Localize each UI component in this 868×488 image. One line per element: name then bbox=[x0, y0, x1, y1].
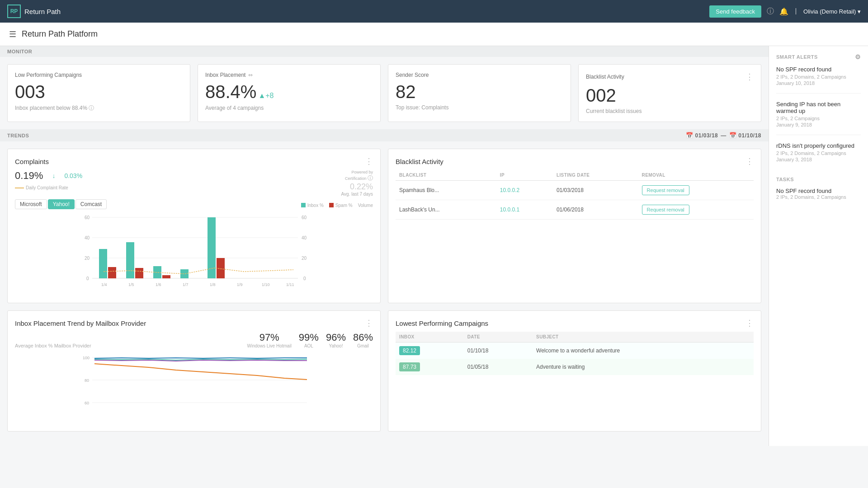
inbox-legend-color bbox=[301, 203, 306, 207]
cal-from-icon: 📅 bbox=[686, 132, 693, 139]
monitor-cards: Low Performing Campaigns 003 Inbox place… bbox=[7, 57, 761, 129]
inbox-avg-label: Average Inbox % Mailbox Provider bbox=[15, 343, 91, 348]
alert-3: rDNS isn't properly configured 2 IPs, 2 … bbox=[776, 142, 861, 169]
bl-row2-removal: Request removal bbox=[638, 200, 754, 220]
table-row: Spamhaus Blo... 10.0.0.2 01/03/2018 Requ… bbox=[396, 181, 754, 200]
complaints-stats: 0.19% ↓ 0.03% bbox=[15, 170, 82, 182]
low-performing-number: 003 bbox=[15, 82, 183, 102]
alert-1: No SPF record found 2 IPs, 2 Domains, 2 … bbox=[776, 66, 861, 94]
svg-text:1/11: 1/11 bbox=[286, 282, 294, 287]
right-panel: SMART ALERTS ⚙ No SPF record found 2 IPs… bbox=[769, 46, 868, 446]
nav-right: Send feedback ⓘ 🔔 Olivia (Demo Retail) ▾ bbox=[709, 5, 861, 18]
complaints-menu-icon[interactable]: ⋮ bbox=[365, 156, 373, 166]
alerts-list: No SPF record found 2 IPs, 2 Domains, 2 … bbox=[776, 66, 861, 169]
complaints-svg: 60 40 20 0 60 40 20 0 bbox=[15, 213, 373, 294]
svg-text:1/9: 1/9 bbox=[237, 282, 243, 287]
svg-text:1/10: 1/10 bbox=[262, 282, 270, 287]
bell-icon[interactable]: 🔔 bbox=[779, 7, 788, 16]
svg-text:0: 0 bbox=[86, 276, 89, 281]
lp-row2-date: 01/05/18 bbox=[464, 359, 533, 375]
avg-pct-value: 0.22% bbox=[341, 182, 373, 192]
inbox-providers: 97% Windows Live Hotmail 99% AOL 96% Yah… bbox=[247, 332, 373, 348]
logo-text: Return Path bbox=[24, 8, 61, 15]
inbox-legend: Inbox % bbox=[301, 203, 324, 208]
left-panel: MONITOR Low Performing Campaigns 003 Inb… bbox=[0, 46, 769, 446]
logo-area: RP Return Path bbox=[7, 5, 61, 18]
table-row: 82.12 01/10/18 Welcome to a wonderful ad… bbox=[396, 343, 754, 359]
spam-legend-color bbox=[329, 203, 334, 207]
inbox-score-badge-1: 82.12 bbox=[399, 346, 420, 355]
bl-col-ip: IP bbox=[496, 170, 553, 181]
blacklist-sub: Current blacklist issues bbox=[586, 108, 754, 114]
main-content: MONITOR Low Performing Campaigns 003 Inb… bbox=[0, 46, 868, 446]
cert-info-icon[interactable]: ⓘ bbox=[368, 175, 373, 181]
smart-alerts-title: SMART ALERTS ⚙ bbox=[776, 53, 861, 61]
bl-row1-blacklist: Spamhaus Blo... bbox=[396, 181, 496, 200]
tab-microsoft[interactable]: Microsoft bbox=[15, 199, 47, 209]
spam-legend: Spam % bbox=[329, 203, 353, 208]
blacklist-table: BLACKLIST IP LISTING DATE REMOVAL Spamha… bbox=[396, 170, 754, 220]
inbox-trend-header: Inbox Placement Trend by Mailbox Provide… bbox=[15, 318, 373, 328]
tab-comcast[interactable]: Comcast bbox=[75, 199, 107, 209]
svg-text:40: 40 bbox=[85, 235, 90, 240]
complaints-header: Complaints ⋮ bbox=[15, 156, 373, 166]
alert-3-title: rDNS isn't properly configured bbox=[776, 142, 861, 149]
svg-text:40: 40 bbox=[302, 235, 307, 240]
hamburger-icon[interactable]: ☰ bbox=[9, 29, 16, 39]
inbox-trend-menu-icon[interactable]: ⋮ bbox=[365, 318, 373, 328]
inbox-trend-stats: Average Inbox % Mailbox Provider 97% Win… bbox=[15, 332, 373, 348]
bl-row2-ip: 10.0.0.1 bbox=[496, 200, 553, 220]
request-removal-btn-2[interactable]: Request removal bbox=[642, 205, 689, 215]
sender-score-card: Sender Score 82 Top issue: Complaints bbox=[388, 64, 571, 122]
monitor-section-header: MONITOR bbox=[0, 46, 769, 57]
bl-col-blacklist: BLACKLIST bbox=[396, 170, 496, 181]
tasks-title: TASKS bbox=[776, 177, 861, 182]
send-feedback-button[interactable]: Send feedback bbox=[709, 5, 761, 18]
table-row: 87.73 01/05/18 Adventure is waiting bbox=[396, 359, 754, 375]
lp-col-inbox: INBOX bbox=[396, 332, 464, 343]
inbox-placement-value: 88.4% ▲+8 bbox=[205, 82, 373, 102]
provider-hotmail: 97% Windows Live Hotmail bbox=[247, 332, 291, 348]
cal-to-icon: 📅 bbox=[729, 132, 737, 139]
complaints-chart-card: Complaints ⋮ 0.19% ↓ 0.03% Daily Complai… bbox=[7, 149, 381, 303]
trends-grid: Complaints ⋮ 0.19% ↓ 0.03% Daily Complai… bbox=[7, 141, 761, 439]
task-1-title: No SPF record found bbox=[776, 188, 861, 194]
logo-icon: RP bbox=[7, 5, 21, 18]
alert-1-title: No SPF record found bbox=[776, 66, 861, 73]
alert-1-date: January 10, 2018 bbox=[776, 80, 861, 86]
certification-label: Certification ⓘ bbox=[341, 174, 373, 182]
complaints-chart-area: 60 40 20 0 60 40 20 0 bbox=[15, 213, 373, 296]
alert-2-date: January 9, 2018 bbox=[776, 122, 861, 127]
blacklist-activity-chart-card: Blacklist Activity ⋮ BLACKLIST IP LISTIN… bbox=[388, 149, 761, 303]
low-performing-info-icon[interactable]: ⓘ bbox=[89, 105, 94, 111]
svg-text:1/6: 1/6 bbox=[156, 282, 161, 287]
complaints-diff: 0.03% bbox=[64, 172, 82, 179]
lp-row1-subject: Welcome to a wonderful adventure bbox=[533, 343, 754, 359]
bl-row2-blacklist: LashBack's Un... bbox=[396, 200, 496, 220]
inbox-trend-svg: 100 80 60 bbox=[15, 350, 373, 422]
svg-rect-17 bbox=[162, 275, 170, 278]
bl-row1-date: 01/03/2018 bbox=[553, 181, 638, 200]
blacklist-chart-menu-icon[interactable]: ⋮ bbox=[745, 156, 754, 166]
bl-row1-ip: 10.0.0.2 bbox=[496, 181, 553, 200]
user-menu[interactable]: Olivia (Demo Retail) ▾ bbox=[803, 8, 861, 15]
smart-alerts-gear-icon[interactable]: ⚙ bbox=[855, 53, 861, 61]
lowest-performing-header: Lowest Performing Campaigns ⋮ bbox=[396, 318, 754, 328]
svg-text:1/8: 1/8 bbox=[210, 282, 216, 287]
info-icon[interactable]: ⓘ bbox=[767, 7, 774, 16]
request-removal-btn-1[interactable]: Request removal bbox=[642, 185, 689, 195]
svg-text:20: 20 bbox=[302, 256, 307, 261]
date-from: 📅 01/03/18 bbox=[686, 132, 718, 139]
nav-divider bbox=[796, 8, 796, 14]
lowest-performing-menu-icon[interactable]: ⋮ bbox=[745, 318, 754, 328]
svg-text:1/4: 1/4 bbox=[101, 282, 107, 287]
tasks-section: TASKS No SPF record found 2 IPs, 2 Domai… bbox=[776, 177, 861, 200]
provider-aol: 99% AOL bbox=[299, 332, 319, 348]
svg-rect-12 bbox=[99, 249, 107, 278]
svg-text:80: 80 bbox=[85, 378, 89, 383]
powered-by-label: Powered by bbox=[341, 170, 373, 174]
tab-yahoo[interactable]: Yahoo! bbox=[48, 199, 75, 209]
svg-text:0: 0 bbox=[303, 276, 306, 281]
inbox-score-badge-2: 87.73 bbox=[399, 362, 420, 371]
blacklist-menu-icon[interactable]: ⋮ bbox=[745, 72, 754, 82]
